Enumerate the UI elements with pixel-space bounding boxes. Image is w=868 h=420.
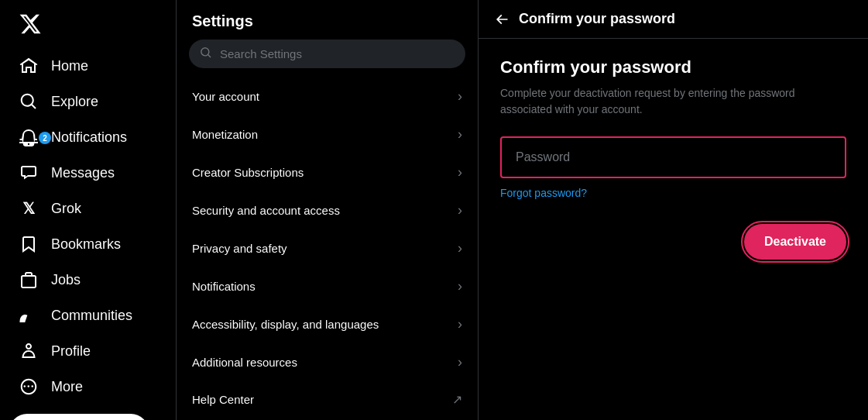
settings-item-monetization[interactable]: Monetization ›: [177, 115, 478, 153]
sidebar-item-profile-label: Profile: [51, 343, 91, 360]
profile-icon: [19, 341, 39, 361]
chevron-right-icon: ›: [458, 88, 462, 105]
deactivate-section: Deactivate: [500, 224, 846, 260]
sidebar-item-messages-label: Messages: [51, 165, 115, 181]
sidebar-item-more-label: More: [51, 379, 83, 395]
settings-item-help-center[interactable]: Help Center ↗: [177, 381, 478, 418]
password-input[interactable]: [503, 139, 843, 175]
sidebar-item-grok[interactable]: 𝕏 Grok: [9, 191, 166, 226]
sidebar-item-more[interactable]: More: [9, 369, 166, 405]
sidebar-item-profile[interactable]: Profile: [9, 333, 166, 369]
chevron-right-icon: ›: [458, 278, 462, 294]
sidebar-item-communities-label: Communities: [51, 308, 132, 324]
bookmarks-icon: [19, 234, 39, 254]
main-header: Confirm your password: [479, 0, 868, 39]
deactivate-button[interactable]: Deactivate: [744, 224, 846, 260]
confirm-password-desc: Complete your deactivation request by en…: [500, 85, 846, 118]
settings-menu: Your account › Monetization › Creator Su…: [177, 77, 478, 418]
chevron-right-icon: ›: [458, 126, 462, 143]
explore-icon: [19, 91, 39, 112]
chevron-right-icon: ›: [458, 354, 462, 370]
settings-item-privacy[interactable]: Privacy and safety ›: [177, 229, 478, 267]
chevron-right-icon: ›: [458, 240, 462, 256]
sidebar-item-explore[interactable]: Explore: [9, 84, 166, 119]
settings-item-additional-resources[interactable]: Additional resources ›: [177, 343, 478, 381]
chevron-right-icon: ›: [458, 316, 462, 332]
main-body: Confirm your password Complete your deac…: [479, 39, 868, 278]
settings-item-your-account[interactable]: Your account ›: [177, 77, 478, 115]
sidebar-item-explore-label: Explore: [51, 94, 98, 110]
sidebar-item-grok-label: Grok: [51, 201, 81, 217]
sidebar-item-bookmarks[interactable]: Bookmarks: [9, 226, 166, 262]
settings-item-monetization-label: Monetization: [192, 128, 258, 141]
communities-icon: [19, 305, 39, 325]
settings-panel: Settings Your account › Monetization › C…: [177, 0, 479, 420]
back-button[interactable]: [494, 12, 509, 27]
settings-item-creator-subscriptions-label: Creator Subscriptions: [192, 166, 304, 179]
forgot-password-link[interactable]: Forgot password?: [500, 187, 587, 199]
settings-item-accessibility-label: Accessibility, display, and languages: [192, 318, 379, 331]
sidebar-nav: Home Explore 2 Notifications Messages �: [9, 48, 166, 405]
settings-item-security-label: Security and account access: [192, 204, 340, 217]
sidebar: Home Explore 2 Notifications Messages �: [0, 0, 177, 420]
post-button[interactable]: Post: [9, 414, 149, 420]
chevron-right-icon: ›: [458, 202, 462, 219]
main-content: Confirm your password Confirm your passw…: [479, 0, 868, 420]
sidebar-item-notifications-label: Notifications: [51, 129, 127, 146]
sidebar-item-communities[interactable]: Communities: [9, 298, 166, 333]
confirm-password-title: Confirm your password: [500, 57, 846, 77]
settings-item-help-center-label: Help Center: [192, 393, 254, 406]
more-icon: [19, 377, 39, 397]
search-icon: [200, 46, 212, 62]
messages-icon: [19, 163, 39, 183]
sidebar-item-jobs[interactable]: Jobs: [9, 262, 166, 298]
settings-item-additional-resources-label: Additional resources: [192, 356, 297, 369]
sidebar-item-messages[interactable]: Messages: [9, 155, 166, 191]
settings-item-security[interactable]: Security and account access ›: [177, 191, 478, 229]
jobs-icon: [19, 270, 39, 290]
notifications-badge: 2: [39, 132, 51, 144]
sidebar-item-home-label: Home: [51, 58, 88, 74]
settings-title: Settings: [177, 0, 478, 40]
sidebar-item-jobs-label: Jobs: [51, 272, 81, 288]
search-settings-wrap: [189, 40, 465, 68]
home-icon: [19, 56, 39, 76]
settings-item-accessibility[interactable]: Accessibility, display, and languages ›: [177, 305, 478, 343]
external-link-icon: ↗: [452, 392, 462, 407]
sidebar-item-bookmarks-label: Bookmarks: [51, 236, 121, 253]
sidebar-item-home[interactable]: Home: [9, 48, 166, 84]
settings-item-privacy-label: Privacy and safety: [192, 242, 287, 255]
main-header-title: Confirm your password: [519, 11, 675, 27]
search-settings-input[interactable]: [189, 40, 465, 68]
chevron-right-icon: ›: [458, 164, 462, 181]
settings-item-notifications[interactable]: Notifications ›: [177, 267, 478, 305]
settings-item-creator-subscriptions[interactable]: Creator Subscriptions ›: [177, 153, 478, 191]
grok-icon: 𝕏: [19, 198, 39, 219]
settings-item-your-account-label: Your account: [192, 90, 259, 103]
sidebar-item-notifications[interactable]: 2 Notifications: [9, 119, 166, 155]
settings-item-notifications-label: Notifications: [192, 280, 256, 293]
notifications-icon: 2: [19, 127, 39, 147]
password-field-wrap: [500, 136, 846, 178]
x-logo[interactable]: [9, 6, 166, 45]
